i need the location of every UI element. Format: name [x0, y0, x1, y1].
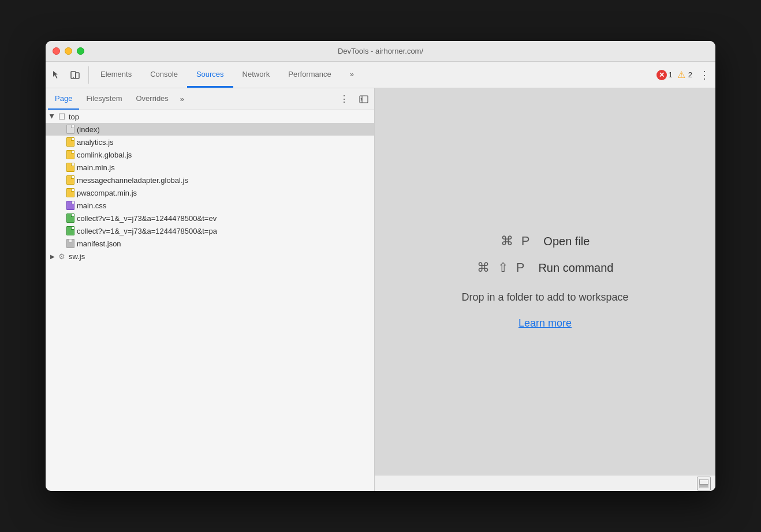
tab-more[interactable]: » [341, 62, 363, 88]
tree-item-pwacompat[interactable]: pwacompat.min.js [46, 186, 374, 199]
close-button[interactable] [53, 47, 60, 55]
file-icon-gray [66, 239, 74, 248]
file-icon-js [66, 150, 74, 159]
shortcut-row-run: ⌘ ⇧ P Run command [477, 260, 614, 275]
file-icon-doc [66, 125, 74, 134]
window-title: DevTools - airhorner.com/ [338, 47, 423, 55]
toolbar-icons [48, 66, 89, 84]
tree-item-index[interactable]: (index) [46, 123, 374, 136]
tab-sources[interactable]: Sources [187, 62, 233, 88]
title-bar: DevTools - airhorner.com/ [46, 41, 715, 62]
warning-badge[interactable]: ⚠ 2 [676, 70, 692, 80]
device-toggle-icon[interactable] [66, 66, 84, 84]
main-toolbar: Elements Console Sources Network Perform… [46, 62, 715, 88]
file-icon-css [66, 201, 74, 210]
arrow-icon-sw: ▶ [48, 252, 57, 261]
inspector-icon[interactable] [48, 66, 65, 84]
tab-console[interactable]: Console [141, 62, 187, 88]
traffic-lights [53, 47, 84, 55]
file-icon-js [66, 137, 74, 147]
tree-node-sw[interactable]: ▶ ⚙ sw.js [46, 250, 374, 263]
tab-elements[interactable]: Elements [91, 62, 141, 88]
shortcut-desc-run: Run command [538, 261, 613, 275]
settings-more-button[interactable]: ⋮ [696, 66, 713, 84]
sub-tab-overrides[interactable]: Overrides [129, 88, 176, 110]
tree-item-collect2[interactable]: collect?v=1&_v=j73&a=1244478500&t=pa [46, 224, 374, 237]
tree-node-top[interactable]: ▶ ☐ top [46, 110, 374, 123]
svg-rect-8 [699, 485, 708, 488]
shortcut-desc-open: Open file [543, 235, 590, 248]
file-icon-green [66, 226, 74, 235]
learn-more-link[interactable]: Learn more [518, 317, 572, 329]
tree-item-collect1[interactable]: collect?v=1&_v=j73&a=1244478500&t=ev [46, 212, 374, 224]
sub-tab-filesystem[interactable]: Filesystem [79, 88, 129, 110]
warning-icon: ⚠ [676, 70, 687, 80]
svg-rect-3 [360, 96, 368, 103]
file-icon-js [66, 163, 74, 172]
arrow-icon: ▶ [48, 112, 57, 121]
sub-tabs: Page Filesystem Overrides » ⋮ [46, 88, 374, 110]
sub-tab-page[interactable]: Page [48, 88, 79, 110]
tab-network[interactable]: Network [233, 62, 279, 88]
file-icon-js [66, 175, 74, 185]
tree-item-analytics[interactable]: analytics.js [46, 136, 374, 148]
toolbar-right: ✕ 1 ⚠ 2 ⋮ [656, 66, 713, 84]
svg-rect-1 [76, 73, 79, 78]
tree-item-manifest[interactable]: manifest.json [46, 237, 374, 250]
gear-icon: ⚙ [57, 252, 66, 261]
error-badge[interactable]: ✕ 1 [656, 70, 673, 80]
devtools-window: DevTools - airhorner.com/ [46, 41, 715, 491]
devtools-chrome: Elements Console Sources Network Perform… [46, 62, 715, 491]
tree-item-main-css[interactable]: main.css [46, 199, 374, 212]
shortcut-keys-run: ⌘ ⇧ P [477, 260, 527, 275]
drawer-toggle-icon[interactable] [697, 477, 711, 490]
tab-performance[interactable]: Performance [279, 62, 340, 88]
editor-area: ⌘ P Open file ⌘ ⇧ P Run command Drop in … [375, 88, 715, 475]
right-pane: ⌘ P Open file ⌘ ⇧ P Run command Drop in … [375, 88, 715, 491]
shortcut-row-open: ⌘ P Open file [501, 234, 590, 249]
maximize-button[interactable] [77, 47, 84, 55]
file-tree: ▶ ☐ top (index) analytics.js [46, 110, 374, 491]
drop-workspace-text: Drop in a folder to add to workspace [461, 291, 628, 304]
error-icon: ✕ [656, 70, 667, 80]
svg-point-2 [73, 77, 74, 78]
sources-panel: Page Filesystem Overrides » ⋮ [46, 88, 715, 491]
sub-tabs-menu: ⋮ [336, 91, 372, 107]
minimize-button[interactable] [65, 47, 72, 55]
panel-settings-icon[interactable]: ⋮ [336, 91, 352, 107]
tree-item-comlink[interactable]: comlink.global.js [46, 148, 374, 161]
toggle-sidebar-icon[interactable] [356, 91, 372, 107]
file-icon-js [66, 188, 74, 197]
tree-item-messagechannel[interactable]: messagechanneladapter.global.js [46, 174, 374, 186]
tree-item-main-min[interactable]: main.min.js [46, 161, 374, 174]
shortcut-keys-open: ⌘ P [501, 234, 532, 249]
sub-tabs-more-button[interactable]: » [176, 95, 189, 103]
left-pane: Page Filesystem Overrides » ⋮ [46, 88, 375, 491]
bottom-bar [375, 475, 715, 491]
folder-icon: ☐ [57, 112, 66, 121]
main-tabs: Elements Console Sources Network Perform… [91, 62, 363, 88]
file-icon-green [66, 213, 74, 223]
